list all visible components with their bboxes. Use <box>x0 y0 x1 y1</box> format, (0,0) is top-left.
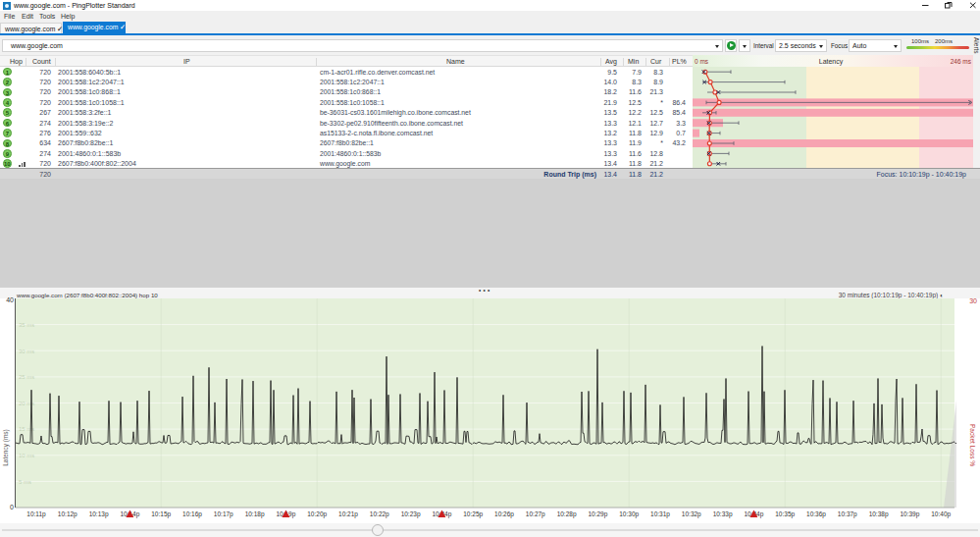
svg-text:10:27p: 10:27p <box>526 510 545 518</box>
svg-text:10:25p: 10:25p <box>463 510 483 518</box>
svg-text:10:13p: 10:13p <box>89 510 109 518</box>
svg-text:Latency: Latency <box>819 58 844 66</box>
svg-text:Latency (ms): Latency (ms) <box>2 429 10 466</box>
svg-text:10:26p: 10:26p <box>494 510 514 518</box>
svg-text:10 ms: 10 ms <box>19 453 34 458</box>
svg-text:10:12p: 10:12p <box>58 510 77 518</box>
svg-text:40: 40 <box>6 296 14 303</box>
svg-text:Packet Loss %: Packet Loss % <box>969 424 976 466</box>
svg-text:10:11p: 10:11p <box>26 510 46 518</box>
svg-text:30: 30 <box>969 297 977 304</box>
svg-text:10:37p: 10:37p <box>838 510 857 518</box>
svg-text:10:22p: 10:22p <box>370 510 389 518</box>
svg-text:10:36p: 10:36p <box>806 510 826 518</box>
svg-text:10:16p: 10:16p <box>182 510 202 518</box>
svg-text:0 ms: 0 ms <box>695 58 709 65</box>
svg-text:10:38p: 10:38p <box>869 510 889 518</box>
svg-text:10:40p: 10:40p <box>931 510 951 518</box>
svg-text:30 ms: 30 ms <box>19 349 34 354</box>
svg-text:0: 0 <box>10 504 14 510</box>
svg-text:10:33p: 10:33p <box>713 510 733 518</box>
svg-text:10:30p: 10:30p <box>619 510 639 518</box>
svg-text:20 ms: 20 ms <box>19 401 34 406</box>
svg-text:246 ms: 246 ms <box>951 58 972 65</box>
svg-text:10:29p: 10:29p <box>588 510 607 518</box>
svg-text:35 ms: 35 ms <box>19 322 34 328</box>
svg-text:10:32p: 10:32p <box>682 510 701 518</box>
svg-text:10:39p: 10:39p <box>900 510 919 518</box>
svg-text:10:15p: 10:15p <box>151 510 171 518</box>
svg-text:10:17p: 10:17p <box>214 510 233 518</box>
svg-text:10:18p: 10:18p <box>245 510 265 518</box>
svg-text:25 ms: 25 ms <box>19 374 34 380</box>
svg-text:10:35p: 10:35p <box>775 510 795 518</box>
svg-text:10:23p: 10:23p <box>401 510 421 518</box>
svg-text:5 ms: 5 ms <box>19 479 31 485</box>
svg-text:10:21p: 10:21p <box>338 510 358 518</box>
svg-text:10:31p: 10:31p <box>650 510 670 518</box>
svg-text:10:20p: 10:20p <box>307 510 327 518</box>
svg-text:10:28p: 10:28p <box>557 510 577 518</box>
